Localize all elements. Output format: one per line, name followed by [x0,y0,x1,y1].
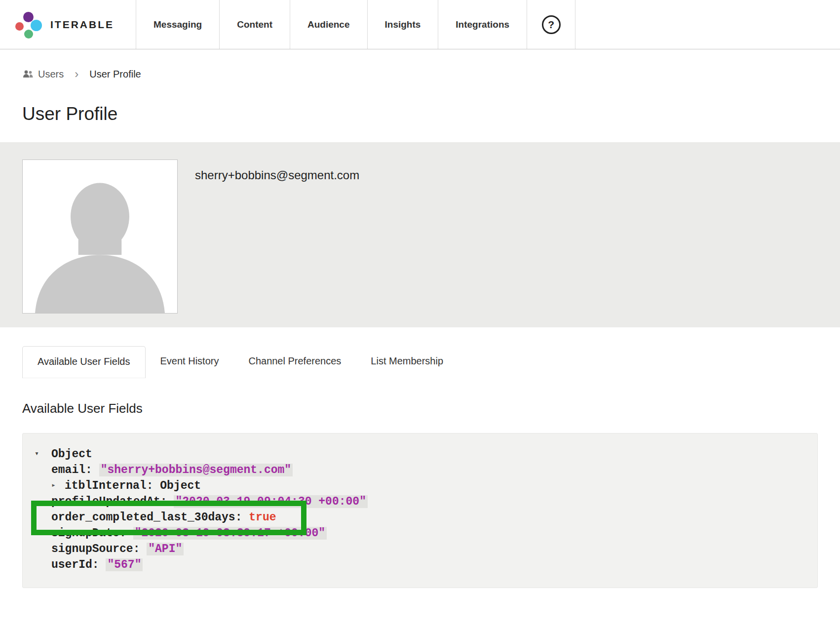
logo-dot-red [15,22,24,31]
nav-item-audience[interactable]: Audience [290,0,368,49]
tab-channel-preferences[interactable]: Channel Preferences [233,346,356,378]
users-icon [22,70,34,79]
logo-dot-blue [31,20,42,31]
section-heading: Available User Fields [22,401,840,416]
avatar [22,159,178,314]
help-icon: ? [542,15,561,34]
json-root-row: ▾Object [23,446,817,462]
breadcrumb-users-link[interactable]: Users [22,69,64,80]
chevron-right-icon: › [72,68,81,80]
json-row-signupsource: signupSource: "API" [23,541,817,557]
json-row-itblinternal: ▸itblInternal: Object [23,478,817,494]
tab-list-membership[interactable]: List Membership [356,346,458,378]
json-row-email: email: "sherry+bobbins@segment.com" [23,462,817,478]
profile-summary: sherry+bobbins@segment.com [0,142,840,327]
iterable-logo[interactable]: ITERABLE [0,0,136,49]
avatar-placeholder-icon [23,160,177,313]
json-value-signupsource: "API" [147,543,184,555]
json-root-label: Object [51,448,92,461]
iterable-logo-icon [14,10,42,39]
nav-item-messaging[interactable]: Messaging [136,0,220,49]
profile-email: sherry+bobbins@segment.com [195,168,359,182]
nav-item-integrations[interactable]: Integrations [438,0,527,49]
breadcrumb: Users › User Profile [0,49,840,80]
json-row-userid: userId: "567" [23,557,817,573]
highlight-annotation-box [31,501,306,535]
logo-dot-purple [23,12,34,22]
help-button[interactable]: ? [527,0,575,49]
collapse-icon[interactable]: ▾ [35,446,51,462]
top-navigation: ITERABLE Messaging Content Audience Insi… [0,0,840,49]
breadcrumb-current: User Profile [89,69,141,80]
breadcrumb-users-label: Users [38,69,64,80]
json-value-userid: "567" [106,558,143,571]
expand-icon[interactable]: ▸ [51,478,65,494]
json-value-itblinternal: Object [160,479,201,492]
user-fields-json-tree: ▾Object email: "sherry+bobbins@segment.c… [22,433,818,588]
profile-info: sherry+bobbins@segment.com [195,159,359,314]
brand-name: ITERABLE [50,19,114,31]
nav-item-content[interactable]: Content [220,0,290,49]
profile-tabs: Available User Fields Event History Chan… [22,346,840,378]
nav-item-insights[interactable]: Insights [368,0,439,49]
page-title: User Profile [22,104,840,124]
tab-event-history[interactable]: Event History [146,346,234,378]
tab-available-user-fields[interactable]: Available User Fields [22,346,146,378]
json-value-email: "sherry+bobbins@segment.com" [99,464,293,476]
logo-dot-green [24,30,33,39]
